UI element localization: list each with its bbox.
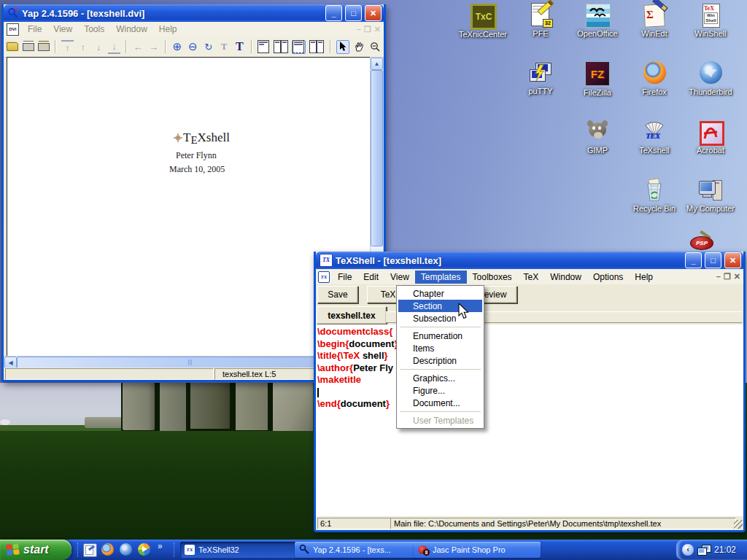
texshell-menu-view[interactable]: View	[384, 271, 415, 284]
dvi-document-icon: DVI	[7, 23, 19, 36]
desktop-icon-acrobat[interactable]: Acrobat	[681, 120, 740, 155]
yap-menu-view[interactable]: View	[47, 23, 78, 36]
desktop-icon-winedt[interactable]: Σ WinEdt	[625, 3, 684, 38]
yap-menu-help[interactable]: Help	[153, 23, 183, 36]
thunderbird-quicklaunch-icon[interactable]	[120, 543, 132, 556]
start-button[interactable]: start	[0, 540, 71, 560]
menu-item-document[interactable]: Document...	[398, 397, 482, 409]
prev-page-icon[interactable]: ↑	[77, 41, 89, 53]
menu-item-graphics[interactable]: Graphics...	[398, 372, 482, 384]
media-player-quicklaunch-icon[interactable]	[138, 543, 150, 556]
save-button[interactable]: Save	[317, 286, 358, 303]
facing-pages-view-icon[interactable]	[273, 41, 288, 53]
tab-texshell-tex[interactable]: texshell.tex	[317, 306, 387, 324]
yap-menu-file[interactable]: File	[22, 23, 47, 36]
texshell-menu-help[interactable]: Help	[629, 271, 659, 284]
desktop-icon-my-computer[interactable]: My Computer	[681, 178, 740, 213]
next-page-icon[interactable]: ↓	[93, 41, 104, 53]
yap-menu-window[interactable]: Window	[110, 23, 153, 36]
menu-item-figure[interactable]: Figure...	[398, 384, 482, 397]
desktop-icon-texniccenter[interactable]: TxC TeXnicCenter	[454, 3, 512, 39]
desktop-icon-putty[interactable]: puTTY	[511, 61, 570, 96]
open-icon[interactable]	[7, 41, 18, 53]
desktop-icon-pfe[interactable]: 32 PFE	[511, 3, 570, 38]
texshell-mdi-minimize[interactable]: –	[716, 272, 721, 281]
menu-item-items[interactable]: Items	[398, 342, 482, 354]
texshell-close-button[interactable]: ✕	[724, 252, 741, 268]
hide-tray-icons-chevron[interactable]: ‹	[682, 544, 694, 556]
resize-grip[interactable]	[734, 520, 743, 529]
texshell-menu-templates[interactable]: Templates	[415, 271, 467, 284]
continuous-view-icon[interactable]	[292, 40, 305, 54]
quicklaunch-overflow-chevron[interactable]: »	[158, 541, 163, 551]
yap-titlebar[interactable]: Yap 2.4.1596 - [texshell.dvi] _ □ ✕	[4, 4, 384, 22]
taskbar-button-texshell32[interactable]: TX TeXShell32	[180, 542, 298, 558]
desktop-icon-openoffice[interactable]: OpenOffice	[568, 3, 627, 38]
editor-area[interactable]: \documentclass{ \begin{document} \title{…	[316, 324, 743, 516]
texshell-menu-tex[interactable]: TeX	[518, 271, 545, 284]
texshell-mdi-close[interactable]: ✕	[734, 272, 740, 281]
yap-mdi-restore[interactable]: ❐	[364, 25, 371, 34]
back-icon[interactable]: ←	[132, 41, 144, 53]
single-page-view-icon[interactable]	[258, 41, 269, 53]
text-icon[interactable]: T	[233, 41, 245, 53]
refresh-icon[interactable]: ↻	[202, 41, 214, 53]
yap-mdi-close[interactable]: ✕	[374, 25, 381, 34]
firefox-quicklaunch-icon[interactable]	[101, 543, 114, 556]
texshell-statusbar: 6:1 Main file: C:\Documents and Settings…	[316, 516, 743, 530]
continuous-facing-view-icon[interactable]	[309, 41, 325, 53]
dvi-doc-author: Peter Flynn	[176, 150, 217, 161]
texshell-menu-options[interactable]: Options	[587, 271, 629, 284]
texshell-mdi-restore[interactable]: ❐	[724, 272, 731, 281]
psp-desktop-icon[interactable]: PSP	[689, 235, 714, 252]
text-caret	[317, 388, 319, 397]
scroll-up-arrow[interactable]: ▲	[371, 58, 383, 70]
hscroll-thumb[interactable]	[17, 357, 360, 368]
yap-menu-tools[interactable]: Tools	[78, 23, 110, 36]
ruler-icon[interactable]: T	[218, 41, 230, 53]
putty-icon	[528, 61, 553, 85]
menu-item-enumeration[interactable]: Enumeration	[398, 330, 482, 342]
forward-icon[interactable]: →	[147, 41, 159, 53]
show-desktop-icon[interactable]	[83, 543, 97, 557]
magnifier-tool-icon[interactable]	[369, 41, 381, 53]
texshell-menu-file[interactable]: File	[332, 271, 357, 284]
desktop-icon-filezilla[interactable]: FZ FileZilla	[568, 61, 627, 97]
yap-close-button[interactable]: ✕	[365, 5, 382, 21]
scroll-thumb[interactable]	[371, 70, 383, 246]
tray-clock[interactable]: 21:02	[714, 545, 736, 555]
texshell-maximize-button[interactable]: □	[705, 252, 721, 268]
texshell-menu-toolboxes[interactable]: Toolboxes	[467, 271, 518, 284]
network-tray-icon[interactable]	[697, 544, 711, 556]
firefox-icon	[642, 61, 667, 86]
hand-tool-icon[interactable]	[353, 41, 365, 53]
texshell-titlebar[interactable]: TX TeXShell - [texshell.tex] _ □ ✕	[316, 252, 743, 269]
yap-maximize-button[interactable]: □	[345, 5, 362, 21]
desktop-icon-gimp[interactable]: GIMP	[568, 120, 627, 155]
source-position-gear-icon	[174, 132, 182, 145]
scroll-left-arrow[interactable]: ◀	[4, 357, 17, 368]
select-tool-icon[interactable]	[336, 40, 349, 54]
texshell-minimize-button[interactable]: _	[685, 252, 702, 268]
stones-backdrop	[121, 383, 313, 431]
last-page-icon[interactable]: ↓	[108, 40, 120, 54]
zoom-out-icon[interactable]: ⊖	[187, 41, 198, 53]
menu-item-user-templates[interactable]: User Templates	[398, 414, 482, 427]
taskbar-button-yap[interactable]: Yap 2.4.1596 - [texs...	[295, 542, 417, 558]
first-page-icon[interactable]: ↑	[61, 40, 73, 54]
taskbar-button-psp[interactable]: 8 Jasc Paint Shop Pro	[414, 542, 541, 558]
desktop-icon-texshell[interactable]: TEX TeXshell	[625, 120, 684, 155]
desktop-icon-firefox[interactable]: Firefox	[625, 61, 684, 96]
zoom-in-icon[interactable]: ⊕	[171, 41, 183, 53]
desktop-icon-recycle-bin[interactable]: Recycle Bin	[625, 178, 684, 213]
desktop-icon-winshell[interactable]: TeX WinShell WinShell	[681, 3, 740, 38]
menu-item-description[interactable]: Description	[398, 354, 482, 367]
print-icon[interactable]	[22, 41, 34, 53]
yap-minimize-button[interactable]: _	[325, 5, 342, 21]
desktop-icon-thunderbird[interactable]: Thunderbird	[681, 61, 740, 96]
texshell-menu-edit[interactable]: Edit	[357, 271, 384, 284]
menu-item-chapter[interactable]: Chapter	[398, 287, 482, 300]
texshell-menu-window[interactable]: Window	[544, 271, 587, 284]
yap-mdi-minimize[interactable]: –	[357, 25, 361, 34]
print-range-icon[interactable]	[38, 41, 50, 53]
